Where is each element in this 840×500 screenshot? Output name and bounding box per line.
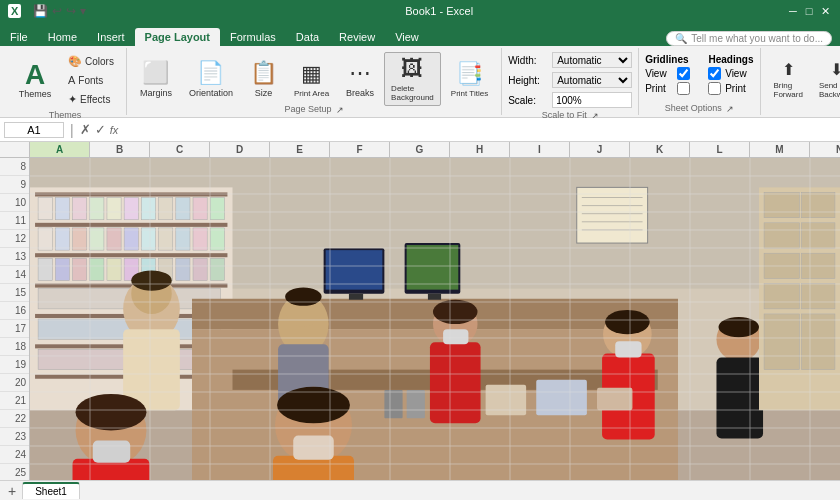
themes-button[interactable]: A Themes <box>10 53 60 107</box>
sheet-options-content: Gridlines Headings View View Print Print <box>643 48 755 103</box>
formula-separator: | <box>70 122 74 138</box>
sheet-options-launcher[interactable]: ↗ <box>726 104 734 114</box>
confirm-formula-button[interactable]: ✓ <box>95 122 106 137</box>
orientation-button[interactable]: 📄 Orientation <box>182 52 240 106</box>
row-8[interactable]: 8 <box>0 158 29 176</box>
tab-home[interactable]: Home <box>38 28 87 46</box>
row-18[interactable]: 18 <box>0 338 29 356</box>
svg-rect-89 <box>764 192 799 217</box>
size-button[interactable]: 📋 Size <box>243 52 284 106</box>
row-13[interactable]: 13 <box>0 248 29 266</box>
col-header-e[interactable]: E <box>270 142 330 157</box>
undo-icon[interactable]: ↩ <box>52 4 62 18</box>
save-icon[interactable]: 💾 <box>33 4 48 18</box>
svg-point-73 <box>719 317 760 337</box>
svg-point-69 <box>605 310 650 334</box>
grid-area[interactable] <box>30 158 840 480</box>
col-header-g[interactable]: G <box>390 142 450 157</box>
scale-label: Scale: <box>508 95 550 106</box>
col-header-j[interactable]: J <box>570 142 630 157</box>
corner-cell <box>0 142 30 157</box>
col-header-k[interactable]: K <box>630 142 690 157</box>
gridlines-print-checkbox[interactable] <box>677 82 690 95</box>
cancel-formula-button[interactable]: ✗ <box>80 122 91 137</box>
ribbon-group-sheet-options: Gridlines Headings View View Print Print <box>639 48 760 115</box>
col-header-a[interactable]: A <box>30 142 90 157</box>
col-header-f[interactable]: F <box>330 142 390 157</box>
row-17[interactable]: 17 <box>0 320 29 338</box>
tab-data[interactable]: Data <box>286 28 329 46</box>
tab-review[interactable]: Review <box>329 28 385 46</box>
row-10[interactable]: 10 <box>0 194 29 212</box>
svg-rect-27 <box>124 228 138 250</box>
headings-view-checkbox[interactable] <box>708 67 721 80</box>
row-15[interactable]: 15 <box>0 284 29 302</box>
redo-icon[interactable]: ↪ <box>66 4 76 18</box>
row-22[interactable]: 22 <box>0 410 29 428</box>
new-sheet-button[interactable]: + <box>4 483 20 499</box>
tab-insert[interactable]: Insert <box>87 28 135 46</box>
app-window: X 💾 ↩ ↪ ▾ Book1 - Excel ─ □ ✕ File Home … <box>0 0 840 500</box>
col-header-b[interactable]: B <box>90 142 150 157</box>
height-select[interactable]: Automatic <box>552 72 632 88</box>
row-12[interactable]: 12 <box>0 230 29 248</box>
col-header-m[interactable]: M <box>750 142 810 157</box>
margins-button[interactable]: ⬜ Margins <box>133 52 179 106</box>
fonts-label: Fonts <box>78 75 103 86</box>
print-titles-button[interactable]: 📑 Print Titles <box>444 52 495 106</box>
delete-background-button[interactable]: 🖼 DeleteBackground <box>384 52 441 106</box>
headings-print-checkbox[interactable] <box>708 82 721 95</box>
breaks-button[interactable]: ⋯ Breaks <box>339 52 381 106</box>
customize-icon[interactable]: ▾ <box>80 4 86 18</box>
print-area-label: Print Area <box>294 89 329 98</box>
tell-me-input[interactable]: 🔍 Tell me what you want to do... <box>666 31 832 46</box>
tab-view[interactable]: View <box>385 28 429 46</box>
page-setup-launcher[interactable]: ↗ <box>336 105 344 115</box>
tab-file[interactable]: File <box>0 28 38 46</box>
svg-rect-33 <box>38 258 52 280</box>
minimize-button[interactable]: ─ <box>786 4 800 18</box>
row-24[interactable]: 24 <box>0 446 29 464</box>
scale-input[interactable] <box>552 92 632 108</box>
effects-button[interactable]: ✦ Effects <box>62 90 120 108</box>
svg-rect-82 <box>293 435 334 459</box>
row-21[interactable]: 21 <box>0 392 29 410</box>
svg-rect-17 <box>141 198 155 220</box>
row-9[interactable]: 9 <box>0 176 29 194</box>
col-header-c[interactable]: C <box>150 142 210 157</box>
bring-forward-button[interactable]: ⬆ BringForward <box>767 52 810 106</box>
col-header-l[interactable]: L <box>690 142 750 157</box>
maximize-button[interactable]: □ <box>802 4 816 18</box>
view-row: View View <box>645 67 747 80</box>
row-14[interactable]: 14 <box>0 266 29 284</box>
colors-button[interactable]: 🎨 Colors <box>62 52 120 70</box>
row-23[interactable]: 23 <box>0 428 29 446</box>
width-row: Width: Automatic <box>508 52 632 68</box>
row-16[interactable]: 16 <box>0 302 29 320</box>
width-select[interactable]: Automatic <box>552 52 632 68</box>
col-header-n[interactable]: N <box>810 142 840 157</box>
sheet-tab-sheet1[interactable]: Sheet1 <box>22 482 80 499</box>
tab-page-layout[interactable]: Page Layout <box>135 28 220 46</box>
size-icon: 📋 <box>250 60 277 86</box>
col-header-d[interactable]: D <box>210 142 270 157</box>
gridlines-header: Gridlines <box>645 54 688 65</box>
row-19[interactable]: 19 <box>0 356 29 374</box>
row-11[interactable]: 11 <box>0 212 29 230</box>
tab-formulas[interactable]: Formulas <box>220 28 286 46</box>
row-20[interactable]: 20 <box>0 374 29 392</box>
svg-rect-85 <box>597 388 632 410</box>
formula-input[interactable] <box>122 124 836 136</box>
cell-reference-box[interactable] <box>4 122 64 138</box>
col-header-i[interactable]: I <box>510 142 570 157</box>
effects-icon: ✦ <box>68 93 77 106</box>
col-header-h[interactable]: H <box>450 142 510 157</box>
insert-function-button[interactable]: fx <box>110 124 119 136</box>
print-area-button[interactable]: ▦ Print Area <box>287 52 336 106</box>
fonts-button[interactable]: A Fonts <box>62 71 120 89</box>
send-backward-button[interactable]: ⬇ SendBackward <box>812 52 840 106</box>
gridlines-view-checkbox[interactable] <box>677 67 690 80</box>
row-25[interactable]: 25 <box>0 464 29 480</box>
headings-header: Headings <box>709 54 754 65</box>
close-button[interactable]: ✕ <box>818 4 832 18</box>
